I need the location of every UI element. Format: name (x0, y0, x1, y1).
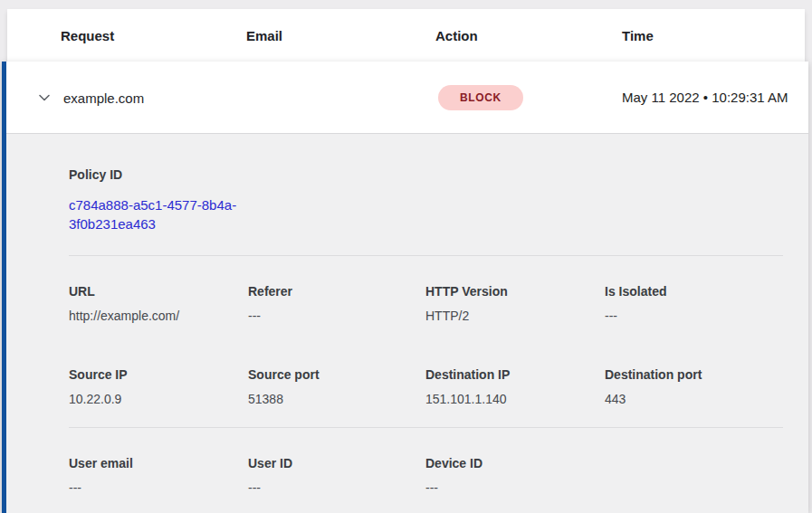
field-label: HTTP Version (425, 283, 605, 299)
detail-field-source-port: Source port 51388 (248, 366, 425, 407)
field-label: URL (69, 283, 248, 299)
detail-panel: Policy ID c784a888-a5c1-4577-8b4a-3f0b23… (6, 134, 808, 496)
detail-row-http: URL http://example.com/ Referer --- HTTP… (69, 283, 783, 324)
field-label: User ID (248, 455, 425, 471)
column-header-email: Email (246, 28, 282, 43)
detail-field-empty (605, 455, 783, 496)
field-value: http://example.com/ (69, 309, 248, 324)
field-value: --- (425, 480, 605, 496)
row-request-value: example.com (63, 90, 144, 105)
detail-row-user: User email --- User ID --- Device ID --- (69, 455, 783, 496)
field-value: --- (69, 480, 248, 496)
field-label: Referer (248, 283, 425, 299)
chevron-down-icon (37, 90, 52, 105)
field-value: 443 (605, 392, 783, 407)
detail-field-destination-port: Destination port 443 (605, 366, 783, 407)
collapse-row-button[interactable] (33, 87, 55, 109)
column-header-request: Request (61, 28, 114, 43)
gateway-activity-log-page: Request Email Action Time example.com BL… (0, 0, 812, 513)
field-label: Source port (248, 366, 425, 383)
detail-field-user-id: User ID --- (248, 455, 425, 496)
detail-row-network: Source IP 10.22.0.9 Source port 51388 De… (69, 366, 783, 407)
field-value: 10.22.0.9 (69, 392, 248, 407)
detail-field-destination-ip: Destination IP 151.101.1.140 (425, 366, 605, 407)
field-label: User email (69, 455, 248, 471)
policy-id-line2: 3f0b231ea463 (69, 216, 156, 232)
detail-field-user-email: User email --- (69, 455, 248, 496)
field-value: --- (248, 309, 425, 324)
field-value: 151.101.1.140 (425, 392, 605, 407)
policy-id-link[interactable]: c784a888-a5c1-4577-8b4a-3f0b231ea463 (69, 195, 236, 233)
table-header: Request Email Action Time (7, 9, 805, 62)
action-status-badge: BLOCK (438, 85, 523, 110)
field-value: --- (605, 309, 783, 324)
field-value: 51388 (248, 392, 425, 407)
detail-field-source-ip: Source IP 10.22.0.9 (69, 366, 248, 407)
policy-id-label: Policy ID (69, 166, 783, 183)
row-time-value: May 11 2022 • 10:29:31 AM (622, 87, 794, 109)
expanded-log-entry: example.com BLOCK May 11 2022 • 10:29:31… (2, 62, 808, 513)
field-label: Is Isolated (605, 283, 783, 299)
divider (69, 427, 783, 428)
column-header-time: Time (622, 28, 654, 43)
field-label: Device ID (425, 455, 605, 471)
field-label: Source IP (69, 366, 248, 383)
detail-field-referer: Referer --- (248, 283, 425, 324)
detail-field-http-version: HTTP Version HTTP/2 (425, 283, 605, 324)
detail-field-device-id: Device ID --- (425, 455, 605, 496)
policy-id-section: Policy ID c784a888-a5c1-4577-8b4a-3f0b23… (69, 166, 783, 233)
detail-field-url: URL http://example.com/ (69, 283, 248, 324)
column-header-action: Action (435, 28, 478, 43)
field-value: --- (248, 480, 425, 496)
field-value: HTTP/2 (425, 309, 605, 324)
divider (69, 255, 783, 256)
table-row[interactable]: example.com BLOCK May 11 2022 • 10:29:31… (6, 62, 808, 134)
field-label: Destination port (605, 366, 783, 383)
detail-field-is-isolated: Is Isolated --- (605, 283, 783, 324)
field-label: Destination IP (425, 366, 605, 383)
policy-id-line1: c784a888-a5c1-4577-8b4a- (69, 197, 236, 213)
